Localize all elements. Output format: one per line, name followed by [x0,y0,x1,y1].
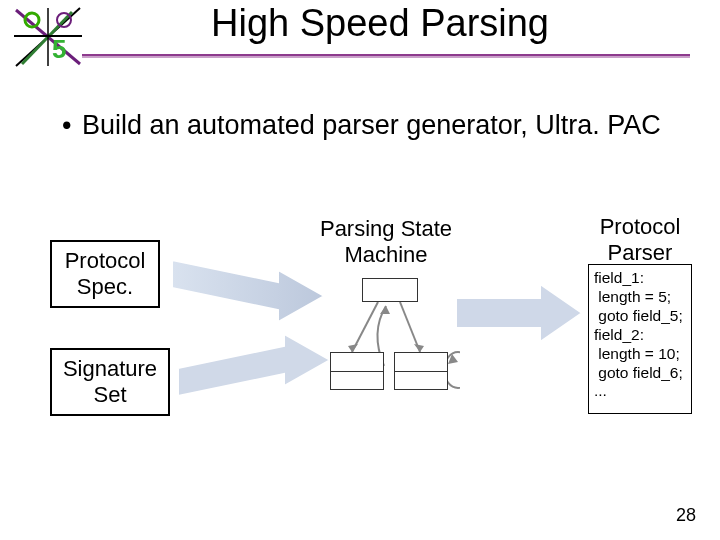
title-underline [82,54,690,58]
bullet-item: • Build an automated parser generator, U… [62,108,690,143]
bullet-text: Build an automated parser generator, Ult… [82,108,661,143]
parser-code-box: field_1: length = 5; goto field_5; field… [588,264,692,414]
flow-diagram: Protocol Spec. Signature Set Parsing Sta… [40,220,700,460]
arrow-icon [174,324,334,404]
parser-title: Protocol Parser [590,214,690,266]
signature-set-box: Signature Set [50,348,170,416]
svg-line-13 [400,302,420,352]
arrow-icon [454,278,584,348]
svg-marker-18 [456,284,582,342]
state-node-icon [330,352,384,390]
protocol-spec-box: Protocol Spec. [50,240,160,308]
state-machine-graph [330,278,460,408]
psm-title: Parsing State Machine [296,216,476,268]
state-node-icon [394,352,448,390]
page-number: 28 [676,505,696,526]
bullet-list: • Build an automated parser generator, U… [62,108,690,143]
svg-marker-10 [178,334,330,396]
bullet-dot-icon: • [62,108,82,143]
svg-marker-9 [172,260,324,322]
slide-title: High Speed Parsing [0,2,720,45]
slide: 5 High Speed Parsing • Build an automate… [0,0,720,540]
state-node-icon [362,278,418,302]
